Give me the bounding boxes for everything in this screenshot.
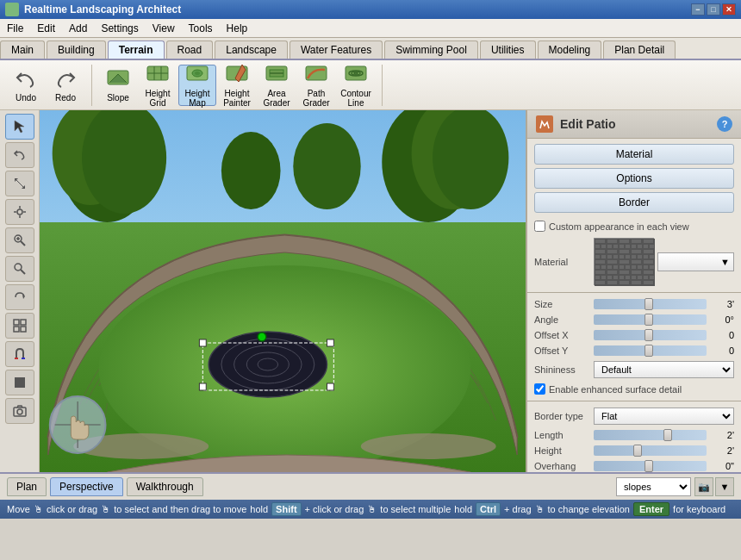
slope-icon <box>106 67 130 91</box>
menu-tools[interactable]: Tools <box>182 19 220 37</box>
view-dropdown[interactable]: slopes flat perspective <box>616 477 691 496</box>
close-button[interactable]: ✕ <box>722 3 736 16</box>
offset-y-value: 0 <box>710 345 734 356</box>
contour-line-label: Contour Line <box>339 89 373 108</box>
move-text: Move <box>7 504 30 514</box>
custom-appearance-label: Custom appearance in each view <box>549 221 689 232</box>
menu-edit[interactable]: Edit <box>30 19 62 37</box>
plan-tab[interactable]: Plan <box>7 477 47 496</box>
menubar: File Edit Add Settings View Tools Help <box>0 19 741 38</box>
material-dropdown[interactable]: ▼ <box>657 252 734 271</box>
magnet-tool-button[interactable] <box>5 341 34 367</box>
border-type-select[interactable]: Flat Raised Beveled <box>594 408 734 425</box>
material-row: Material ▼ <box>527 234 741 289</box>
height-grid-button[interactable]: Height Grid <box>139 65 177 106</box>
shininess-select[interactable]: Default None Low High <box>594 361 734 378</box>
select-multiple-text: to select multiple <box>380 504 451 514</box>
pan-tool-button[interactable] <box>5 199 34 225</box>
cursor-icon-3: 🖱 <box>367 504 377 514</box>
scene-svg <box>40 110 526 472</box>
height-slider[interactable] <box>594 445 707 456</box>
angle-slider[interactable] <box>594 314 707 325</box>
perspective-tab[interactable]: Perspective <box>50 477 123 496</box>
contour-line-button[interactable]: Contour Line <box>337 65 375 106</box>
slope-label: Slope <box>107 93 129 103</box>
height-row: Height 2' <box>527 443 741 458</box>
area-grader-button[interactable]: Area Grader <box>258 65 296 106</box>
toolbar: Undo Redo Slope Height Grid Height Map <box>0 60 741 110</box>
length-value: 2' <box>710 430 734 440</box>
bottom-icons: 📷 ▼ <box>694 477 734 496</box>
border-type-row: Border type Flat Raised Beveled <box>527 405 741 427</box>
tab-road[interactable]: Road <box>166 40 214 59</box>
enhanced-checkbox[interactable] <box>534 383 545 395</box>
rotate-tool-button[interactable] <box>5 284 34 310</box>
status-bar: Move 🖱 click or drag 🖱 to select and the… <box>0 500 741 519</box>
options-button[interactable]: Options <box>534 168 734 189</box>
right-panel: Edit Patio ? Material Options Border Cus… <box>526 110 741 472</box>
height-map-button[interactable]: Height Map <box>178 65 216 106</box>
tab-water-features[interactable]: Water Features <box>290 40 383 59</box>
menu-settings[interactable]: Settings <box>94 19 145 37</box>
settings-icon[interactable]: ▼ <box>715 477 734 496</box>
expand-tool-button[interactable] <box>5 171 34 196</box>
tab-building[interactable]: Building <box>47 40 106 59</box>
tab-utilities[interactable]: Utilities <box>480 40 536 59</box>
custom-appearance-row: Custom appearance in each view <box>527 218 741 234</box>
tab-modeling[interactable]: Modeling <box>538 40 602 59</box>
svg-point-41 <box>221 132 281 209</box>
height-map-label: Height Map <box>181 89 214 108</box>
menu-file[interactable]: File <box>0 19 30 37</box>
height-label: Height <box>534 445 590 456</box>
tab-landscape[interactable]: Landscape <box>215 40 288 59</box>
redo-button[interactable]: Redo <box>47 65 84 106</box>
shininess-label: Shininess <box>534 364 590 375</box>
length-slider[interactable] <box>594 430 707 440</box>
select-tool-button[interactable] <box>5 114 34 140</box>
slope-button[interactable]: Slope <box>99 65 137 106</box>
path-grader-label: Path Grader <box>299 89 333 108</box>
custom-appearance-checkbox[interactable] <box>534 221 545 232</box>
svg-rect-31 <box>15 377 25 388</box>
enhanced-row: Enable enhanced surface detail <box>527 381 741 397</box>
svg-rect-25 <box>14 320 19 325</box>
tab-terrain[interactable]: Terrain <box>108 40 165 59</box>
offset-x-slider[interactable] <box>594 330 707 340</box>
zoom-tool-button[interactable] <box>5 227 34 253</box>
menu-add[interactable]: Add <box>62 19 94 37</box>
svg-line-20 <box>21 241 25 246</box>
menu-help[interactable]: Help <box>220 19 255 37</box>
tab-plan-detail[interactable]: Plan Detail <box>603 40 676 59</box>
tab-main[interactable]: Main <box>0 40 45 59</box>
border-button[interactable]: Border <box>534 192 734 213</box>
menu-view[interactable]: View <box>146 19 182 37</box>
undo-button[interactable]: Undo <box>7 65 45 106</box>
grid-tool-button[interactable] <box>5 313 34 339</box>
offset-y-slider[interactable] <box>594 345 707 356</box>
walkthrough-tab[interactable]: Walkthrough <box>127 477 203 496</box>
size-slider[interactable] <box>594 299 707 309</box>
viewport[interactable] <box>40 110 526 472</box>
svg-point-55 <box>361 433 496 459</box>
camera-icon[interactable]: 📷 <box>694 477 713 496</box>
maximize-button[interactable]: □ <box>707 3 720 16</box>
material-button[interactable]: Material <box>534 144 734 165</box>
height-painter-button[interactable]: Height Painter <box>218 65 256 106</box>
overhang-label: Overhang <box>534 461 590 471</box>
help-button[interactable]: ? <box>717 116 732 132</box>
camera-tool-button[interactable] <box>5 398 34 424</box>
svg-rect-62 <box>199 339 206 346</box>
panel-icon <box>536 115 553 133</box>
material-preview[interactable] <box>594 238 654 285</box>
square-tool-button[interactable] <box>5 370 34 395</box>
panel-buttons: Material Options Border <box>527 139 741 218</box>
app-title: Realtime Landscaping Architect <box>24 3 181 16</box>
border-type-label: Border type <box>534 411 590 421</box>
tab-swimming-pool[interactable]: Swimming Pool <box>384 40 478 59</box>
undo-sidebar-button[interactable] <box>5 142 34 168</box>
measure-tool-button[interactable] <box>5 256 34 282</box>
path-grader-button[interactable]: Path Grader <box>297 65 335 106</box>
minimize-button[interactable]: − <box>691 3 705 16</box>
overhang-slider[interactable] <box>594 461 707 471</box>
change-elev-text: to change elevation <box>548 504 630 514</box>
